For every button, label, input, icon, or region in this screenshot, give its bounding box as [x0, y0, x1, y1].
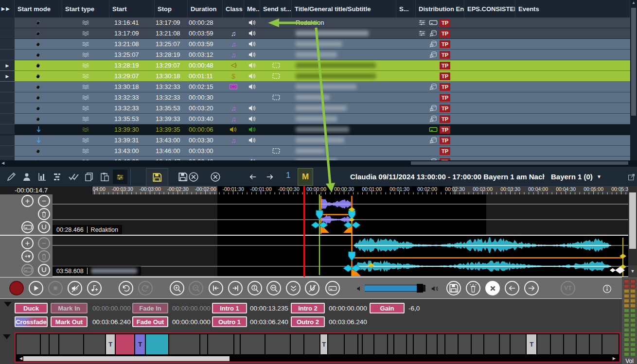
playlist-row[interactable]: 13:43:0013:46:0000:03:00TP — [0, 146, 630, 156]
arrow-right-icon[interactable] — [263, 170, 277, 184]
zoom-selection-button[interactable] — [248, 281, 262, 295]
scroll-left-icon[interactable]: ◀ — [19, 356, 22, 361]
playlist-row[interactable]: 13:35:5313:39:3300:03:40♫TP — [0, 114, 630, 124]
column-header-events[interactable]: Events — [515, 0, 630, 17]
channel-selector[interactable]: Bayern 1 (0) ▼ — [551, 167, 602, 186]
scrollbar-thumb[interactable] — [629, 192, 636, 249]
intro-2-button[interactable]: Intro 2 — [291, 303, 325, 313]
close-x-button[interactable] — [485, 281, 500, 295]
monitor-off-button[interactable] — [68, 281, 82, 295]
overview-segment[interactable] — [551, 334, 563, 354]
speaker-loud-icon[interactable] — [428, 281, 442, 296]
column-header-class[interactable]: Class — [223, 0, 244, 17]
overview-segment[interactable] — [291, 334, 303, 354]
track-strip-button[interactable] — [21, 221, 34, 233]
trash-confetti-button[interactable] — [466, 281, 480, 295]
overview-segment[interactable] — [328, 334, 344, 354]
overview-segment-marker[interactable]: T — [527, 334, 536, 354]
playlist-row[interactable]: 13:32:3313:35:5300:03:20♫TP — [0, 103, 630, 114]
overview-segment[interactable] — [59, 334, 83, 354]
overview-segment[interactable] — [169, 334, 199, 354]
scrollbar-thumb[interactable] — [411, 161, 628, 165]
collapse-triangle-icon[interactable] — [3, 334, 11, 339]
playlist-row[interactable]: 13:32:3313:32:3300:00:30TP — [0, 92, 630, 103]
overview-segment[interactable] — [84, 334, 106, 354]
scroll-left-icon[interactable]: ◀ — [1, 161, 4, 165]
overview-segment[interactable] — [564, 334, 576, 354]
arrow-left-circle-button[interactable] — [505, 281, 519, 295]
delete-track-button[interactable] — [38, 250, 50, 262]
overview-segment[interactable] — [577, 334, 589, 354]
redo-button[interactable] — [138, 281, 153, 295]
zoom-out-button[interactable] — [189, 281, 203, 295]
pencil-icon[interactable] — [4, 170, 18, 184]
editor-vertical-scrollbar[interactable]: ▼ — [628, 186, 637, 277]
crossfade-button[interactable]: Crossfade — [15, 316, 48, 327]
overview-segment[interactable] — [265, 334, 290, 354]
overview-segment[interactable] — [388, 334, 394, 354]
paste-icon[interactable] — [97, 170, 112, 184]
mark-out-button[interactable]: Mark Out — [51, 316, 88, 327]
goto-end-button[interactable] — [228, 281, 243, 295]
overview-segment[interactable] — [363, 334, 373, 354]
person-icon[interactable] — [19, 170, 34, 184]
strip-grid-icon[interactable] — [113, 170, 127, 184]
column-header-start-mode[interactable]: Start mode — [15, 0, 62, 17]
overview-segment[interactable] — [537, 334, 550, 354]
overview-segment[interactable] — [200, 334, 208, 354]
add-track-button[interactable]: +▾ — [21, 250, 34, 262]
arrow-right-circle-button[interactable] — [524, 281, 539, 295]
copy-icon[interactable] — [82, 170, 96, 184]
intro-1-button[interactable]: Intro 1 — [212, 303, 247, 313]
column-header-distribution-endpoints[interactable]: Distribution Endpoints — [416, 0, 464, 17]
zoom-pointer-button[interactable] — [266, 281, 281, 295]
overview-segment[interactable] — [427, 334, 437, 354]
save-icon[interactable] — [146, 168, 168, 187]
duck-button[interactable]: Duck — [15, 303, 48, 313]
overview-segment[interactable] — [394, 334, 406, 354]
external-link-icon[interactable] — [624, 170, 637, 184]
volume-slider[interactable] — [365, 285, 425, 292]
loop-button[interactable] — [38, 221, 50, 233]
overview-segment[interactable] — [234, 334, 240, 354]
overview-segment-marker[interactable]: T — [106, 334, 115, 354]
zoom-in-track-button[interactable]: + — [21, 195, 34, 207]
zoom-out-track-button[interactable]: − — [38, 237, 50, 249]
delete-track-button[interactable] — [38, 208, 50, 220]
chevron-down-icon[interactable]: ▼ — [597, 174, 602, 179]
overview-segment-purple[interactable]: T — [135, 334, 145, 354]
mode-indicator[interactable]: M — [298, 168, 313, 186]
overview-segment-teal[interactable] — [146, 334, 168, 354]
overview-segment[interactable] — [17, 334, 40, 354]
loop-button[interactable] — [38, 264, 50, 276]
column-header-s-[interactable]: S... — [396, 0, 416, 17]
overview-segment[interactable] — [374, 334, 387, 354]
playlist-row[interactable]: 13:39:3113:43:0000:03:30♫TP — [0, 135, 630, 146]
list-tree-icon[interactable] — [51, 170, 65, 184]
track-strip-button[interactable] — [21, 264, 34, 276]
chevrons-down-button[interactable] — [286, 281, 301, 295]
outro-2-button[interactable]: Outro 2 — [291, 316, 325, 327]
scroll-down-icon[interactable]: ▼ — [628, 265, 637, 277]
overview-segment[interactable] — [345, 334, 357, 354]
overview-segment-marker[interactable]: T — [320, 334, 327, 354]
playlist-row[interactable]: ▶13:28:1913:29:0700:00:48TP — [0, 60, 630, 71]
chart-icon[interactable] — [35, 170, 50, 184]
gain-button[interactable]: Gain — [370, 303, 405, 313]
column-header-send-st-[interactable]: Send st... — [260, 0, 292, 17]
overview-segment[interactable] — [472, 334, 484, 354]
overview-segment[interactable] — [241, 334, 265, 354]
overview-segment[interactable] — [41, 334, 49, 354]
overview-segment[interactable] — [459, 334, 471, 354]
info-icon[interactable] — [600, 281, 614, 296]
fade-in-button[interactable]: Fade In — [132, 303, 168, 313]
arrow-left-icon[interactable] — [246, 170, 260, 184]
playlist-row[interactable]: 13:25:0713:28:1900:03:12♫TP — [0, 50, 630, 60]
playlist-row[interactable]: ▶13:29:0713:30:1800:01:11$TP — [0, 71, 630, 82]
playlist-row[interactable]: 13:17:0913:21:0800:03:59♫TP — [0, 28, 630, 39]
overview-segment[interactable] — [407, 334, 413, 354]
overview-segment[interactable] — [208, 334, 233, 354]
record-button[interactable] — [9, 281, 24, 295]
mark-in-button[interactable]: Mark In — [51, 303, 88, 313]
column-header-stop[interactable]: Stop — [155, 0, 188, 17]
